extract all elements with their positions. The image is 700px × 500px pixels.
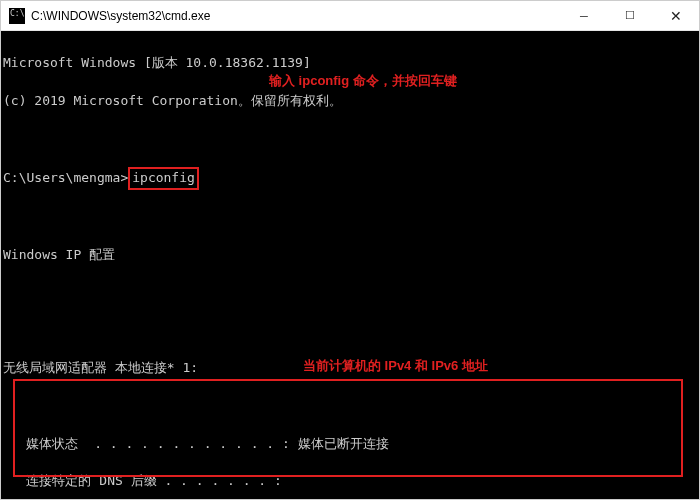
titlebar: C:\WINDOWS\system32\cmd.exe ─ ☐ ✕ <box>1 1 699 31</box>
window-controls: ─ ☐ ✕ <box>561 1 699 30</box>
version-line: Microsoft Windows [版本 10.0.18362.1139] <box>3 54 697 73</box>
adapter-1-dns: 连接特定的 DNS 后缀 . . . . . . . : <box>3 472 697 491</box>
prompt-line-1: C:\Users\mengma>ipconfig <box>3 167 697 190</box>
window-title: C:\WINDOWS\system32\cmd.exe <box>31 9 561 23</box>
annotation-ip-hint: 当前计算机的 IPv4 和 IPv6 地址 <box>303 357 488 376</box>
adapter-1-media: 媒体状态 . . . . . . . . . . . . : 媒体已断开连接 <box>3 435 697 454</box>
command-ipconfig: ipconfig <box>128 167 199 190</box>
cmd-window: C:\WINDOWS\system32\cmd.exe ─ ☐ ✕ Micros… <box>0 0 700 500</box>
ipconfig-header: Windows IP 配置 <box>3 246 697 265</box>
terminal-output[interactable]: Microsoft Windows [版本 10.0.18362.1139] (… <box>1 31 699 499</box>
close-button[interactable]: ✕ <box>653 1 699 30</box>
cmd-icon <box>9 8 25 24</box>
maximize-button[interactable]: ☐ <box>607 1 653 30</box>
prompt-path: C:\Users\mengma> <box>3 170 128 185</box>
copyright-line: (c) 2019 Microsoft Corporation。保留所有权利。 <box>3 92 697 111</box>
annotation-ip-box <box>13 379 683 477</box>
annotation-command-hint: 输入 ipconfig 命令，并按回车键 <box>269 72 457 91</box>
minimize-button[interactable]: ─ <box>561 1 607 30</box>
